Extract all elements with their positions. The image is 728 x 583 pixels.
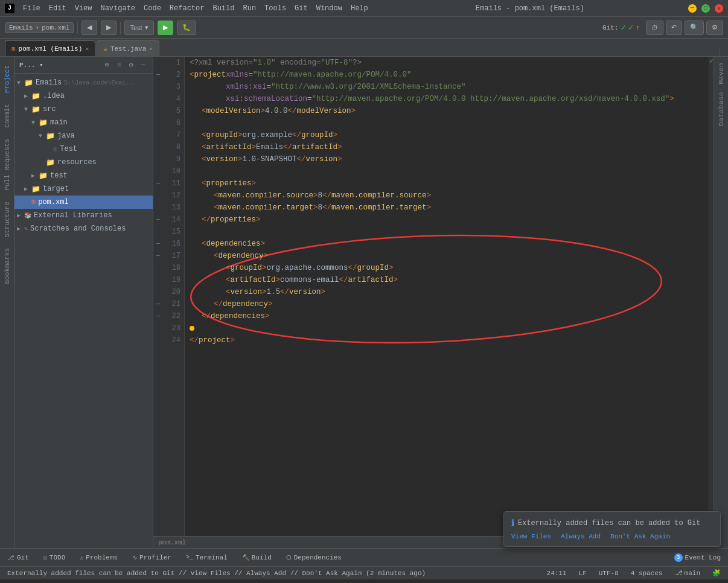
line-num-4: 4 — [163, 93, 180, 105]
tree-item-emails-root[interactable]: ▼ 📁 Emails D:\Java-code\Emai... — [14, 76, 153, 89]
tab-test-java[interactable]: ☕ Test.java ✕ — [97, 40, 159, 56]
window-controls: ─ □ ✕ — [688, 4, 723, 13]
dependencies-tab-icon: ⬡ — [286, 554, 292, 561]
bookmarks-tab[interactable]: Bookmarks — [2, 244, 12, 287]
git-tab[interactable]: ⎇ Git — [5, 549, 31, 566]
code-line-1: <?xml version="1.0" encoding="UTF-8"?> — [190, 57, 704, 69]
menu-code[interactable]: Code — [140, 3, 165, 14]
code-line-11: <properties> — [190, 177, 704, 190]
tree-item-src[interactable]: ▼ 📁 src — [14, 103, 153, 116]
line-separator[interactable]: LF — [576, 569, 589, 577]
fold-mark-12 — [153, 190, 163, 202]
profiler-tab[interactable]: ∿ Profiler — [130, 549, 174, 566]
encoding-status[interactable]: UTF-8 — [596, 569, 621, 577]
terminal-tab[interactable]: >_ Terminal — [184, 549, 230, 566]
fold-mark-17[interactable]: ─ — [153, 250, 163, 262]
fold-mark-14[interactable]: ─ — [153, 214, 163, 226]
memory-indicator[interactable]: 🧩 — [710, 569, 723, 577]
git-label: Git: — [602, 24, 618, 31]
tab-close-test[interactable]: ✕ — [149, 45, 153, 53]
project-dropdown-label[interactable]: P... — [19, 62, 35, 69]
git-push-icon[interactable]: ↑ — [636, 24, 640, 31]
commit-panel-tab[interactable]: Commit — [2, 100, 12, 132]
breadcrumb-pom[interactable]: pom.xml — [42, 24, 69, 31]
indent-status[interactable]: 4 spaces — [628, 569, 665, 577]
event-log-tab[interactable]: 3 Event Log — [672, 553, 723, 562]
always-add-button[interactable]: Always Add — [561, 533, 601, 540]
notification-status[interactable]: Externally added files can be added to G… — [5, 570, 541, 577]
menu-refactor[interactable]: Refactor — [166, 3, 208, 14]
maximize-button[interactable]: □ — [701, 4, 710, 13]
code-line-2: <project xmlns="http://maven.apache.org/… — [190, 69, 704, 81]
fold-mark-22[interactable]: ─ — [153, 310, 163, 322]
tree-item-idea[interactable]: ▶ 📁 .idea — [14, 89, 153, 103]
tree-item-resources[interactable]: 📁 resources — [14, 156, 153, 169]
forward-button[interactable]: ▶ — [101, 21, 117, 35]
structure-tab[interactable]: Structure — [2, 198, 12, 241]
settings-button[interactable]: ⚙ — [706, 21, 723, 35]
menu-git[interactable]: Git — [291, 3, 311, 14]
tree-item-test-class[interactable]: ☉ Test — [14, 142, 153, 156]
history-button[interactable]: ⏱ — [646, 21, 663, 35]
fold-mark-16[interactable]: ─ — [153, 238, 163, 250]
dependencies-tab[interactable]: ⬡ Dependencies — [284, 549, 344, 566]
menu-help[interactable]: Help — [347, 3, 372, 14]
debug-button[interactable]: 🐛 — [177, 21, 196, 35]
tab-close-pom[interactable]: ✕ — [85, 45, 89, 53]
tree-item-java[interactable]: ▼ 📁 java — [14, 129, 153, 142]
code-line-12: <maven.compiler.source>8</maven.compiler… — [190, 190, 704, 202]
locate-file-button[interactable]: ⊕ — [102, 60, 112, 70]
notification-header: ℹ Externally added files can be added to… — [511, 518, 713, 528]
line-num-24: 24 — [163, 334, 180, 346]
tree-item-main[interactable]: ▼ 📁 main — [14, 116, 153, 129]
close-button[interactable]: ✕ — [715, 4, 723, 13]
build-tab[interactable]: 🔨 Build — [240, 549, 274, 566]
menu-run[interactable]: Run — [239, 3, 260, 14]
menu-view[interactable]: View — [71, 3, 96, 14]
pull-requests-tab[interactable]: Pull Requests — [2, 135, 12, 194]
bottom-right-tabs: 3 Event Log — [672, 553, 723, 562]
tab-pom-xml[interactable]: m pom.xml (Emails) ✕ — [5, 40, 95, 56]
fold-mark-8 — [153, 141, 163, 153]
tree-item-test-folder[interactable]: ▶ 📁 test — [14, 169, 153, 182]
git-branch-status[interactable]: ⎇ main — [672, 569, 703, 577]
run-config-button[interactable]: Test ▾ — [124, 21, 153, 35]
more-tabs-icon[interactable]: ⋮ — [716, 47, 723, 56]
database-panel-tab[interactable]: Database — [717, 88, 726, 130]
fold-mark-11[interactable]: ─ — [153, 177, 163, 190]
tree-item-target[interactable]: ▶ 📁 target — [14, 182, 153, 196]
breadcrumb-emails[interactable]: Emails — [9, 24, 33, 31]
todo-tab[interactable]: ☑ TODO — [41, 549, 68, 566]
run-button[interactable]: ▶ — [158, 21, 173, 35]
tree-item-scratches[interactable]: ▶ ✎ Scratches and Consoles — [14, 222, 153, 235]
menu-file[interactable]: File — [19, 3, 44, 14]
minimize-panel-button[interactable]: ─ — [138, 60, 148, 70]
fold-mark-21[interactable]: ─ — [153, 298, 163, 310]
tree-settings-button[interactable]: ⚙ — [126, 60, 136, 70]
project-panel-tab[interactable]: Project — [2, 62, 12, 97]
menu-tools[interactable]: Tools — [261, 3, 290, 14]
git-tab-icon: ⎇ — [7, 554, 14, 561]
menu-edit[interactable]: Edit — [45, 3, 70, 14]
view-files-button[interactable]: View Files — [511, 533, 551, 540]
tree-item-pom-xml[interactable]: m pom.xml — [14, 196, 153, 209]
search-button[interactable]: 🔍 — [685, 21, 704, 35]
code-editor[interactable]: <?xml version="1.0" encoding="UTF-8"?> <… — [185, 57, 709, 536]
dont-ask-button[interactable]: Don't Ask Again — [610, 533, 670, 540]
tree-item-external-libs[interactable]: ▶ 📚 External Libraries — [14, 209, 153, 222]
cursor-position[interactable]: 24:11 — [544, 569, 569, 577]
bottom-toolbar: ⎇ Git ☑ TODO ⚠ Problems ∿ Profiler >_ Te… — [0, 548, 728, 566]
menu-build[interactable]: Build — [209, 3, 238, 14]
undo-button[interactable]: ↶ — [666, 21, 682, 35]
collapse-all-button[interactable]: ≡ — [114, 60, 124, 70]
minimize-button[interactable]: ─ — [688, 4, 697, 13]
maven-panel-tab[interactable]: Maven — [717, 59, 726, 88]
memory-icon: 🧩 — [712, 569, 721, 577]
menu-window[interactable]: Window — [313, 3, 346, 14]
terminal-tab-label: Terminal — [196, 554, 228, 561]
problems-tab[interactable]: ⚠ Problems — [77, 549, 120, 566]
maven-icon: m — [11, 45, 16, 53]
menu-navigate[interactable]: Navigate — [97, 3, 139, 14]
back-button[interactable]: ◀ — [81, 21, 97, 35]
fold-mark-2[interactable]: ─ — [153, 69, 163, 81]
